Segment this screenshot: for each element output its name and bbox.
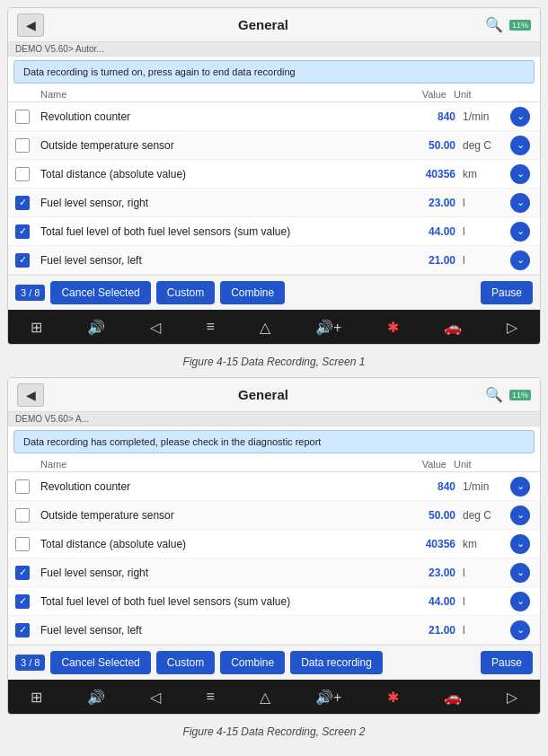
- data-recording-button[interactable]: Data recording: [290, 651, 383, 674]
- combine-button-1[interactable]: Combine: [220, 281, 285, 304]
- row-unit-2-1: deg C: [463, 509, 508, 522]
- notification-bar-1: Data recording is turned on, press again…: [13, 60, 535, 84]
- row-unit-2-4: l: [463, 595, 508, 608]
- screen-1: ◀ General 🔍 11% DEMO V5.60> Autor... Dat…: [7, 7, 541, 345]
- cancel-selected-button-1[interactable]: Cancel Selected: [50, 281, 150, 304]
- row-value-2-1: 50.00: [400, 509, 463, 522]
- row-value-1-5: 21.00: [400, 254, 463, 267]
- pause-button-1[interactable]: Pause: [481, 281, 533, 304]
- back-button-1[interactable]: ◀: [17, 13, 44, 37]
- chevron-2-0[interactable]: ⌄: [510, 477, 530, 497]
- chevron-2-1[interactable]: ⌄: [510, 505, 530, 525]
- chevron-1-4[interactable]: ⌄: [510, 222, 530, 242]
- chevron-1-3[interactable]: ⌄: [510, 193, 530, 213]
- chevron-1-1[interactable]: ⌄: [510, 136, 530, 155]
- col-unit-header: Unit: [454, 89, 508, 100]
- table-row: Outside temperature sensor 50.00 deg C ⌄: [8, 131, 540, 160]
- chevron-2-5[interactable]: ⌄: [510, 620, 530, 640]
- row-checkbox-1-2[interactable]: [15, 167, 30, 181]
- table-row: Fuel level sensor, right 23.00 l ⌄: [8, 189, 540, 217]
- nav-bluetooth-icon[interactable]: ✱: [387, 319, 399, 336]
- chevron-2-4[interactable]: ⌄: [510, 592, 530, 611]
- nav-volume-up-icon-2[interactable]: 🔊+: [315, 689, 341, 706]
- row-unit-1-2: km: [463, 168, 508, 180]
- chevron-1-2[interactable]: ⌄: [510, 164, 530, 184]
- row-value-1-0: 840: [400, 110, 463, 123]
- nav-screen-icon-2[interactable]: ⊞: [31, 689, 42, 706]
- row-name-1-0: Revolution counter: [40, 110, 400, 123]
- chevron-2-2[interactable]: ⌄: [510, 534, 530, 554]
- nav-bar-1: ⊞ 🔊 ◁ ≡ △ 🔊+ ✱ 🚗 ▷: [8, 310, 540, 344]
- caption-2: Figure 4-15 Data Recording, Screen 2: [7, 725, 541, 738]
- row-value-2-2: 40356: [400, 538, 463, 550]
- chevron-1-5[interactable]: ⌄: [510, 251, 530, 270]
- table-row: Total distance (absolute value) 40356 km…: [8, 160, 540, 189]
- row-checkbox-1-4[interactable]: [15, 224, 30, 239]
- row-checkbox-2-5[interactable]: [15, 623, 30, 637]
- toolbar-1: 3 / 8 Cancel Selected Custom Combine Pau…: [8, 275, 540, 310]
- toolbar-2: 3 / 8 Cancel Selected Custom Combine Dat…: [8, 645, 540, 680]
- page-container: ◀ General 🔍 11% DEMO V5.60> Autor... Dat…: [0, 0, 548, 754]
- row-unit-2-0: 1/min: [463, 480, 508, 493]
- screen-2: ◀ General 🔍 11% DEMO V5.60> A... Data re…: [7, 377, 541, 715]
- demo-bar-1: DEMO V5.60> Autor...: [8, 42, 540, 57]
- chevron-1-0[interactable]: ⌄: [510, 107, 530, 127]
- row-checkbox-1-5[interactable]: [15, 253, 30, 268]
- table-row: Total fuel level of both fuel level sens…: [8, 587, 540, 616]
- row-value-2-0: 840: [400, 480, 463, 493]
- row-checkbox-1-0[interactable]: [15, 110, 30, 124]
- nav-video-icon[interactable]: ▷: [507, 319, 517, 336]
- table-header-2: Name Value Unit: [8, 457, 540, 472]
- cancel-selected-button-2[interactable]: Cancel Selected: [50, 651, 150, 674]
- back-button-2[interactable]: ◀: [17, 383, 44, 407]
- nav-back-icon[interactable]: ◁: [150, 319, 161, 336]
- nav-menu-icon-2[interactable]: ≡: [206, 689, 214, 705]
- row-unit-2-3: l: [463, 567, 508, 579]
- nav-volume-icon[interactable]: 🔊: [87, 319, 105, 336]
- combine-button-2[interactable]: Combine: [220, 651, 285, 674]
- row-name-1-4: Total fuel level of both fuel level sens…: [40, 225, 400, 238]
- search-icon-1[interactable]: 🔍: [482, 13, 506, 37]
- row-value-2-3: 23.00: [400, 567, 463, 579]
- header-title-2: General: [44, 387, 482, 402]
- table-row: Revolution counter 840 1/min ⌄: [8, 472, 540, 501]
- row-checkbox-2-3[interactable]: [15, 566, 30, 580]
- nav-home-icon-2[interactable]: △: [260, 689, 270, 706]
- nav-back-icon-2[interactable]: ◁: [150, 689, 161, 706]
- nav-car-icon-2[interactable]: 🚗: [444, 689, 462, 706]
- nav-car-icon[interactable]: 🚗: [444, 319, 462, 336]
- nav-bluetooth-icon-2[interactable]: ✱: [387, 689, 399, 706]
- chevron-2-3[interactable]: ⌄: [510, 563, 530, 583]
- row-checkbox-2-2[interactable]: [15, 537, 30, 551]
- header-1: ◀ General 🔍 11%: [8, 8, 540, 42]
- row-checkbox-2-1[interactable]: [15, 508, 30, 523]
- row-name-2-3: Fuel level sensor, right: [40, 567, 400, 579]
- custom-button-2[interactable]: Custom: [156, 651, 215, 674]
- header-title-1: General: [44, 17, 482, 32]
- page-badge-2: 3 / 8: [15, 655, 45, 671]
- row-name-1-5: Fuel level sensor, left: [40, 254, 400, 267]
- col-name-header-2: Name: [40, 459, 391, 470]
- nav-volume-icon-2[interactable]: 🔊: [87, 689, 105, 706]
- row-checkbox-1-3[interactable]: [15, 196, 30, 210]
- col-check-header: [15, 89, 40, 100]
- nav-video-icon-2[interactable]: ▷: [507, 689, 517, 706]
- row-unit-1-0: 1/min: [463, 110, 508, 123]
- nav-volume-up-icon[interactable]: 🔊+: [315, 319, 341, 336]
- row-name-2-1: Outside temperature sensor: [40, 509, 400, 522]
- row-checkbox-2-0[interactable]: [15, 479, 30, 494]
- row-checkbox-1-1[interactable]: [15, 138, 30, 153]
- battery-badge-2: 11%: [509, 390, 531, 400]
- search-icon-2[interactable]: 🔍: [482, 383, 506, 407]
- nav-menu-icon[interactable]: ≡: [206, 319, 214, 335]
- nav-home-icon[interactable]: △: [260, 319, 270, 336]
- row-checkbox-2-4[interactable]: [15, 594, 30, 609]
- custom-button-1[interactable]: Custom: [156, 281, 215, 304]
- table-row: Fuel level sensor, left 21.00 l ⌄: [8, 616, 540, 645]
- row-name-2-0: Revolution counter: [40, 480, 400, 493]
- page-badge-1: 3 / 8: [15, 285, 45, 301]
- row-value-1-3: 23.00: [400, 197, 463, 209]
- nav-screen-icon[interactable]: ⊞: [31, 319, 42, 336]
- pause-button-2[interactable]: Pause: [481, 651, 533, 674]
- row-name-2-5: Fuel level sensor, left: [40, 624, 400, 637]
